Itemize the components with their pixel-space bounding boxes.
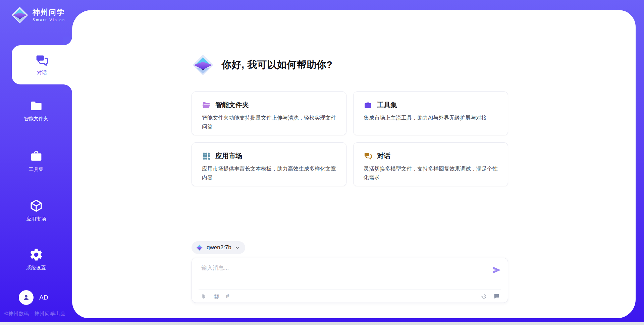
person-icon bbox=[22, 294, 30, 302]
model-selector[interactable]: qwen2:7b bbox=[192, 241, 245, 254]
card-chat[interactable]: 对话 灵活切换多模型文件，支持多样回复效果调试，满足个性化需求 bbox=[353, 142, 508, 186]
gear-icon bbox=[29, 248, 43, 262]
app-logo: 神州问学 Smart Vision bbox=[11, 6, 65, 24]
card-title: 工具集 bbox=[377, 101, 397, 110]
feature-cards: 智能文件夹 智能文件夹功能支持批量文件上传与清洗，轻松实现文件问答 工具集 集成… bbox=[192, 91, 508, 186]
avatar bbox=[19, 290, 34, 305]
sidebar-item-label: 应用市场 bbox=[0, 216, 72, 222]
sidebar-item-toolset[interactable]: 工具集 bbox=[0, 150, 72, 173]
window-bottom-edge bbox=[0, 322, 644, 325]
sidebar-item-label: 对话 bbox=[37, 70, 47, 76]
card-description: 应用市场提供丰富长文本模板，助力高效生成多样化文章内容 bbox=[202, 165, 336, 182]
greeting-text: 你好, 我可以如何帮助你? bbox=[222, 58, 332, 72]
at-icon: @ bbox=[213, 293, 219, 299]
app-window: 神州问学 Smart Vision 对话 智能文件夹 工具集 应用市场 系统设置 bbox=[0, 0, 644, 325]
topic-button[interactable]: # bbox=[226, 293, 229, 299]
briefcase-icon bbox=[30, 150, 43, 163]
grid-icon bbox=[202, 152, 211, 160]
sidebar-item-label: 工具集 bbox=[0, 166, 72, 173]
brand-name-en: Smart Vision bbox=[33, 18, 65, 22]
comment-icon bbox=[493, 293, 500, 300]
brand-diamond-icon bbox=[11, 6, 29, 24]
card-toolset[interactable]: 工具集 集成市场上主流工具，助力AI与外界无缝扩展与对接 bbox=[353, 91, 508, 135]
sidebar-item-settings[interactable]: 系统设置 bbox=[0, 248, 72, 271]
card-title: 对话 bbox=[377, 151, 390, 160]
card-title: 应用市场 bbox=[215, 151, 242, 160]
chat-icon bbox=[364, 152, 372, 160]
sidebar-item-label: 智能文件夹 bbox=[0, 116, 72, 122]
mention-button[interactable]: @ bbox=[213, 293, 219, 299]
folder-icon bbox=[30, 99, 43, 113]
new-chat-button[interactable] bbox=[493, 293, 500, 300]
sidebar-item-smart-folder[interactable]: 智能文件夹 bbox=[0, 99, 72, 122]
copyright-footer: ©神州数码 · 神州问学出品 bbox=[4, 311, 66, 317]
chevron-down-icon bbox=[235, 245, 240, 250]
sidebar-item-chat[interactable]: 对话 bbox=[12, 45, 72, 84]
paperclip-icon bbox=[201, 293, 207, 300]
sidebar-item-app-market[interactable]: 应用市场 bbox=[0, 199, 72, 222]
history-button[interactable] bbox=[481, 293, 487, 300]
briefcase-icon bbox=[364, 101, 372, 110]
brand-diamond-icon bbox=[192, 54, 214, 76]
cube-icon bbox=[29, 199, 43, 213]
sidebar-item-label: 系统设置 bbox=[0, 265, 72, 271]
card-description: 集成市场上主流工具，助力AI与外界无缝扩展与对接 bbox=[364, 114, 498, 122]
send-icon bbox=[492, 265, 501, 275]
user-name: AD bbox=[39, 294, 48, 301]
composer-divider bbox=[199, 289, 501, 289]
card-title: 智能文件夹 bbox=[215, 101, 249, 110]
card-description: 灵活切换多模型文件，支持多样回复效果调试，满足个性化需求 bbox=[364, 165, 498, 182]
message-input[interactable] bbox=[201, 263, 484, 287]
greeting: 你好, 我可以如何帮助你? bbox=[192, 54, 332, 76]
history-icon bbox=[481, 293, 487, 300]
brand-diamond-icon bbox=[196, 244, 203, 252]
message-composer: @ # bbox=[192, 258, 508, 303]
card-smart-folder[interactable]: 智能文件夹 智能文件夹功能支持批量文件上传与清洗，轻松实现文件问答 bbox=[192, 91, 346, 135]
attach-file-button[interactable] bbox=[201, 293, 207, 300]
model-name: qwen2:7b bbox=[207, 244, 231, 251]
main-panel: 你好, 我可以如何帮助你? 智能文件夹 智能文件夹功能支持批量文件上传与清洗，轻… bbox=[72, 10, 636, 318]
send-button[interactable] bbox=[492, 265, 502, 275]
card-app-market[interactable]: 应用市场 应用市场提供丰富长文本模板，助力高效生成多样化文章内容 bbox=[192, 142, 346, 186]
hash-icon: # bbox=[226, 293, 229, 299]
tab-top-fillet bbox=[63, 37, 72, 45]
user-account[interactable]: AD bbox=[19, 290, 48, 305]
folder-open-icon bbox=[202, 101, 211, 110]
chat-icon bbox=[35, 54, 49, 68]
brand-name-cn: 神州问学 bbox=[33, 8, 65, 16]
card-description: 智能文件夹功能支持批量文件上传与清洗，轻松实现文件问答 bbox=[202, 114, 336, 131]
tab-bottom-fillet bbox=[63, 84, 72, 93]
